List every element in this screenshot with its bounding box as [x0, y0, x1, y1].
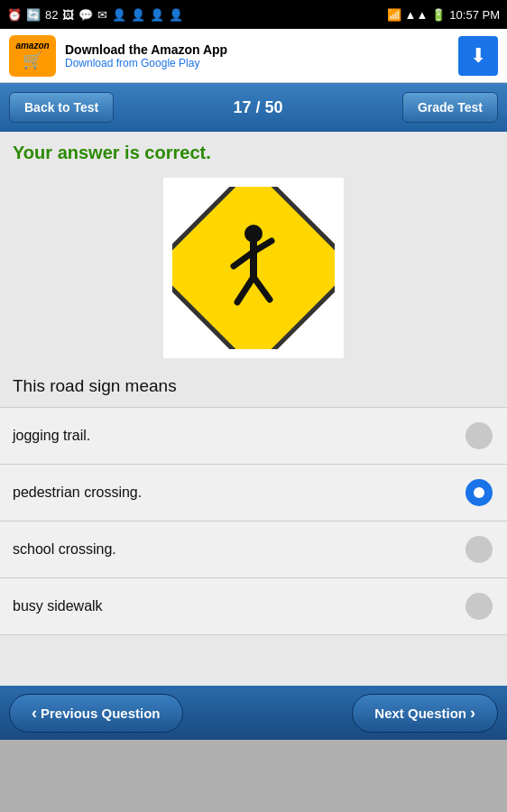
- radio-button-3[interactable]: [466, 536, 493, 563]
- option-item-1[interactable]: jogging trail.: [0, 407, 507, 464]
- download-arrow-icon: ⬇: [470, 44, 486, 68]
- back-to-test-button[interactable]: Back to Test: [9, 92, 114, 123]
- previous-question-button[interactable]: ‹ Previous Question: [9, 694, 183, 733]
- radio-button-4[interactable]: [466, 593, 493, 620]
- status-bar: ⏰ 🔄 82 🖼 💬 ✉ 👤 👤 👤 👤 📶 ▲▲ 🔋 10:57 PM: [0, 0, 507, 29]
- option-label-1: jogging trail.: [13, 428, 466, 444]
- mail-icon: ✉: [97, 8, 107, 22]
- amazon-logo-text: amazon: [15, 41, 49, 51]
- next-arrow-icon: ›: [470, 704, 475, 723]
- ad-text-area: Download the Amazon App Download from Go…: [65, 42, 449, 69]
- ad-banner[interactable]: amazon 🛒 Download the Amazon App Downloa…: [0, 29, 507, 83]
- question-counter: 17 / 50: [234, 98, 283, 117]
- bottom-area: [0, 740, 507, 812]
- nav-bar: Back to Test 17 / 50 Grade Test: [0, 83, 507, 132]
- option-item-2[interactable]: pedestrian crossing.: [0, 464, 507, 521]
- ad-subtitle: Download from Google Play: [65, 57, 449, 69]
- battery-icon: 🔋: [431, 8, 446, 22]
- ad-title: Download the Amazon App: [65, 42, 449, 57]
- radio-button-2[interactable]: [466, 479, 493, 506]
- next-question-button[interactable]: Next Question ›: [352, 694, 498, 733]
- user-icon-4: 👤: [169, 8, 183, 22]
- sign-container: [0, 171, 507, 369]
- option-item-4[interactable]: busy sidewalk: [0, 577, 507, 635]
- cart-icon: 🛒: [15, 51, 49, 70]
- option-label-4: busy sidewalk: [13, 598, 466, 614]
- alarm-icon: ⏰: [7, 8, 22, 22]
- prev-button-label: Previous Question: [41, 706, 161, 721]
- option-item-3[interactable]: school crossing.: [0, 521, 507, 577]
- sms-icon: 💬: [78, 8, 93, 22]
- sync-icon: 🔄: [26, 8, 41, 22]
- grade-test-button[interactable]: Grade Test: [402, 92, 498, 123]
- main-content: Your answer is correct.: [0, 132, 507, 686]
- signal-icon: ▲▲: [405, 8, 429, 22]
- wifi-icon: 📶: [387, 8, 401, 22]
- next-button-label: Next Question: [374, 706, 466, 721]
- user-icon-1: 👤: [112, 8, 126, 22]
- correct-banner: Your answer is correct.: [0, 132, 507, 171]
- sign-image-box: [163, 178, 344, 358]
- option-label-2: pedestrian crossing.: [13, 484, 466, 501]
- correct-text: Your answer is correct.: [13, 143, 211, 162]
- status-bar-left: ⏰ 🔄 82 🖼 💬 ✉ 👤 👤 👤 👤: [7, 8, 183, 22]
- amazon-logo: amazon 🛒: [9, 35, 56, 77]
- radio-button-1[interactable]: [466, 422, 493, 449]
- user-icon-3: 👤: [150, 8, 164, 22]
- user-icon-2: 👤: [131, 8, 145, 22]
- ad-download-button[interactable]: ⬇: [458, 36, 498, 76]
- question-text: This road sign means: [0, 369, 507, 407]
- radio-inner-2: [474, 487, 484, 498]
- clock: 10:57 PM: [449, 8, 500, 22]
- pedestrian-crossing-sign: [172, 187, 335, 349]
- status-bar-right: 📶 ▲▲ 🔋 10:57 PM: [387, 8, 500, 22]
- image-icon: 🖼: [62, 8, 74, 22]
- battery-percent: 82: [45, 8, 58, 22]
- options-list: jogging trail. pedestrian crossing. scho…: [0, 407, 507, 686]
- prev-arrow-icon: ‹: [32, 704, 37, 723]
- option-label-3: school crossing.: [13, 541, 466, 558]
- bottom-nav: ‹ Previous Question Next Question ›: [0, 686, 507, 740]
